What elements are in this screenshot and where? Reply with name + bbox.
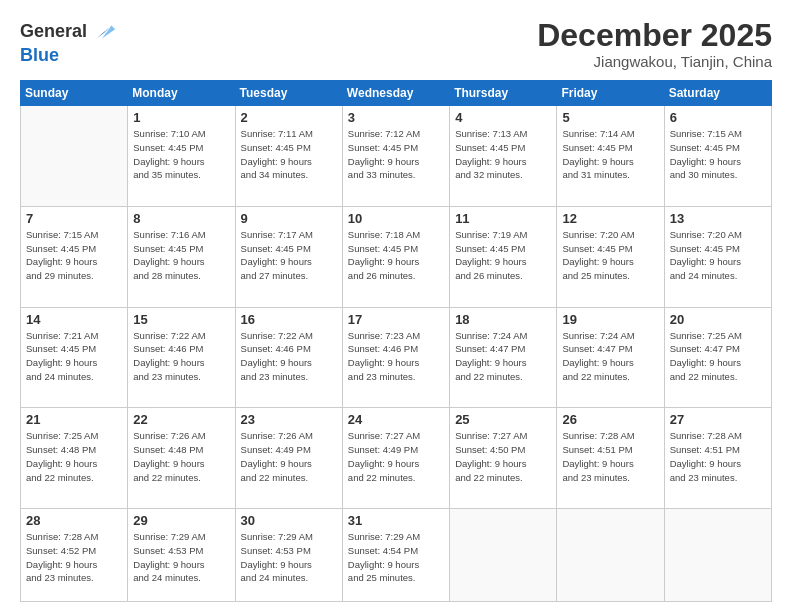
day-number: 6 [670, 110, 766, 125]
day-number: 29 [133, 513, 229, 528]
day-info: Sunrise: 7:21 AM Sunset: 4:45 PM Dayligh… [26, 329, 122, 384]
logo-blue: Blue [20, 46, 59, 66]
day-info: Sunrise: 7:25 AM Sunset: 4:48 PM Dayligh… [26, 429, 122, 484]
calendar-cell: 4Sunrise: 7:13 AM Sunset: 4:45 PM Daylig… [450, 106, 557, 207]
day-number: 26 [562, 412, 658, 427]
calendar-cell: 27Sunrise: 7:28 AM Sunset: 4:51 PM Dayli… [664, 408, 771, 509]
day-number: 9 [241, 211, 337, 226]
day-info: Sunrise: 7:16 AM Sunset: 4:45 PM Dayligh… [133, 228, 229, 283]
day-info: Sunrise: 7:22 AM Sunset: 4:46 PM Dayligh… [241, 329, 337, 384]
day-info: Sunrise: 7:29 AM Sunset: 4:54 PM Dayligh… [348, 530, 444, 585]
calendar-cell: 2Sunrise: 7:11 AM Sunset: 4:45 PM Daylig… [235, 106, 342, 207]
day-info: Sunrise: 7:15 AM Sunset: 4:45 PM Dayligh… [670, 127, 766, 182]
calendar-cell: 7Sunrise: 7:15 AM Sunset: 4:45 PM Daylig… [21, 206, 128, 307]
day-number: 25 [455, 412, 551, 427]
calendar-cell: 21Sunrise: 7:25 AM Sunset: 4:48 PM Dayli… [21, 408, 128, 509]
calendar-cell [21, 106, 128, 207]
day-info: Sunrise: 7:19 AM Sunset: 4:45 PM Dayligh… [455, 228, 551, 283]
weekday-header-friday: Friday [557, 81, 664, 106]
calendar-week-2: 7Sunrise: 7:15 AM Sunset: 4:45 PM Daylig… [21, 206, 772, 307]
day-info: Sunrise: 7:10 AM Sunset: 4:45 PM Dayligh… [133, 127, 229, 182]
calendar-cell: 9Sunrise: 7:17 AM Sunset: 4:45 PM Daylig… [235, 206, 342, 307]
day-number: 19 [562, 312, 658, 327]
calendar-week-4: 21Sunrise: 7:25 AM Sunset: 4:48 PM Dayli… [21, 408, 772, 509]
calendar-cell: 1Sunrise: 7:10 AM Sunset: 4:45 PM Daylig… [128, 106, 235, 207]
weekday-header-tuesday: Tuesday [235, 81, 342, 106]
day-number: 17 [348, 312, 444, 327]
logo-icon [89, 18, 117, 46]
day-info: Sunrise: 7:23 AM Sunset: 4:46 PM Dayligh… [348, 329, 444, 384]
day-number: 20 [670, 312, 766, 327]
day-number: 31 [348, 513, 444, 528]
day-number: 2 [241, 110, 337, 125]
day-info: Sunrise: 7:22 AM Sunset: 4:46 PM Dayligh… [133, 329, 229, 384]
calendar-cell: 15Sunrise: 7:22 AM Sunset: 4:46 PM Dayli… [128, 307, 235, 408]
day-info: Sunrise: 7:28 AM Sunset: 4:51 PM Dayligh… [670, 429, 766, 484]
day-number: 5 [562, 110, 658, 125]
calendar-cell: 24Sunrise: 7:27 AM Sunset: 4:49 PM Dayli… [342, 408, 449, 509]
day-number: 18 [455, 312, 551, 327]
calendar-cell [557, 509, 664, 602]
calendar-cell: 12Sunrise: 7:20 AM Sunset: 4:45 PM Dayli… [557, 206, 664, 307]
day-info: Sunrise: 7:26 AM Sunset: 4:48 PM Dayligh… [133, 429, 229, 484]
day-info: Sunrise: 7:27 AM Sunset: 4:50 PM Dayligh… [455, 429, 551, 484]
day-info: Sunrise: 7:12 AM Sunset: 4:45 PM Dayligh… [348, 127, 444, 182]
calendar-week-5: 28Sunrise: 7:28 AM Sunset: 4:52 PM Dayli… [21, 509, 772, 602]
day-number: 12 [562, 211, 658, 226]
day-info: Sunrise: 7:20 AM Sunset: 4:45 PM Dayligh… [562, 228, 658, 283]
calendar-cell: 19Sunrise: 7:24 AM Sunset: 4:47 PM Dayli… [557, 307, 664, 408]
day-number: 22 [133, 412, 229, 427]
day-number: 3 [348, 110, 444, 125]
calendar-cell: 25Sunrise: 7:27 AM Sunset: 4:50 PM Dayli… [450, 408, 557, 509]
day-number: 28 [26, 513, 122, 528]
day-info: Sunrise: 7:27 AM Sunset: 4:49 PM Dayligh… [348, 429, 444, 484]
calendar-header-row: SundayMondayTuesdayWednesdayThursdayFrid… [21, 81, 772, 106]
weekday-header-saturday: Saturday [664, 81, 771, 106]
day-number: 14 [26, 312, 122, 327]
page: General Blue December 2025 Jiangwakou, T… [0, 0, 792, 612]
month-title: December 2025 [537, 18, 772, 53]
logo-general: General [20, 22, 87, 42]
day-info: Sunrise: 7:26 AM Sunset: 4:49 PM Dayligh… [241, 429, 337, 484]
weekday-header-sunday: Sunday [21, 81, 128, 106]
day-info: Sunrise: 7:17 AM Sunset: 4:45 PM Dayligh… [241, 228, 337, 283]
day-number: 15 [133, 312, 229, 327]
day-info: Sunrise: 7:11 AM Sunset: 4:45 PM Dayligh… [241, 127, 337, 182]
calendar-cell: 14Sunrise: 7:21 AM Sunset: 4:45 PM Dayli… [21, 307, 128, 408]
calendar-cell: 30Sunrise: 7:29 AM Sunset: 4:53 PM Dayli… [235, 509, 342, 602]
weekday-header-wednesday: Wednesday [342, 81, 449, 106]
day-number: 23 [241, 412, 337, 427]
weekday-header-thursday: Thursday [450, 81, 557, 106]
day-number: 13 [670, 211, 766, 226]
day-number: 8 [133, 211, 229, 226]
day-info: Sunrise: 7:14 AM Sunset: 4:45 PM Dayligh… [562, 127, 658, 182]
calendar-cell: 8Sunrise: 7:16 AM Sunset: 4:45 PM Daylig… [128, 206, 235, 307]
day-info: Sunrise: 7:25 AM Sunset: 4:47 PM Dayligh… [670, 329, 766, 384]
day-number: 21 [26, 412, 122, 427]
calendar-table: SundayMondayTuesdayWednesdayThursdayFrid… [20, 80, 772, 602]
calendar-cell: 28Sunrise: 7:28 AM Sunset: 4:52 PM Dayli… [21, 509, 128, 602]
logo: General Blue [20, 18, 117, 66]
day-info: Sunrise: 7:24 AM Sunset: 4:47 PM Dayligh… [562, 329, 658, 384]
calendar-cell: 31Sunrise: 7:29 AM Sunset: 4:54 PM Dayli… [342, 509, 449, 602]
calendar-cell: 18Sunrise: 7:24 AM Sunset: 4:47 PM Dayli… [450, 307, 557, 408]
day-number: 30 [241, 513, 337, 528]
day-number: 24 [348, 412, 444, 427]
calendar-cell [664, 509, 771, 602]
calendar-cell: 22Sunrise: 7:26 AM Sunset: 4:48 PM Dayli… [128, 408, 235, 509]
calendar-cell: 13Sunrise: 7:20 AM Sunset: 4:45 PM Dayli… [664, 206, 771, 307]
day-number: 27 [670, 412, 766, 427]
calendar-cell: 23Sunrise: 7:26 AM Sunset: 4:49 PM Dayli… [235, 408, 342, 509]
calendar-cell: 29Sunrise: 7:29 AM Sunset: 4:53 PM Dayli… [128, 509, 235, 602]
day-info: Sunrise: 7:29 AM Sunset: 4:53 PM Dayligh… [241, 530, 337, 585]
calendar-cell: 6Sunrise: 7:15 AM Sunset: 4:45 PM Daylig… [664, 106, 771, 207]
day-info: Sunrise: 7:13 AM Sunset: 4:45 PM Dayligh… [455, 127, 551, 182]
svg-marker-1 [102, 25, 115, 38]
day-info: Sunrise: 7:18 AM Sunset: 4:45 PM Dayligh… [348, 228, 444, 283]
location: Jiangwakou, Tianjin, China [537, 53, 772, 70]
calendar-cell: 5Sunrise: 7:14 AM Sunset: 4:45 PM Daylig… [557, 106, 664, 207]
calendar-week-3: 14Sunrise: 7:21 AM Sunset: 4:45 PM Dayli… [21, 307, 772, 408]
day-info: Sunrise: 7:28 AM Sunset: 4:52 PM Dayligh… [26, 530, 122, 585]
day-number: 10 [348, 211, 444, 226]
title-block: December 2025 Jiangwakou, Tianjin, China [537, 18, 772, 70]
